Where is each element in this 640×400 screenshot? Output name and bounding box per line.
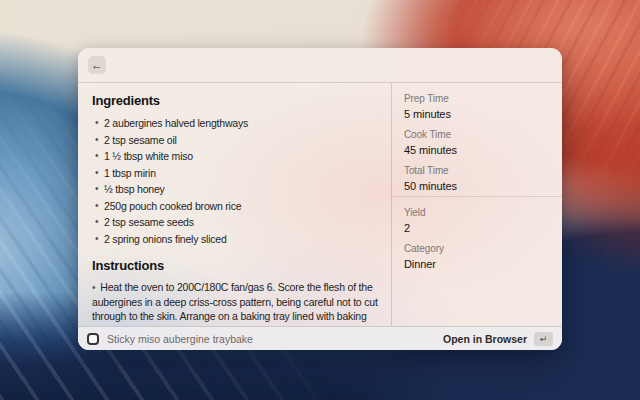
meta-label-category: Category — [404, 243, 550, 254]
meta-label-total-time: Total Time — [404, 165, 550, 176]
back-button[interactable]: ← — [88, 56, 106, 74]
instructions-list: •Heat the oven to 200C/180C fan/gas 6. S… — [92, 280, 383, 327]
ingredients-list: 2 aubergines halved lengthways 2 tsp ses… — [92, 116, 383, 246]
main-row: Ingredients 2 aubergines halved lengthwa… — [78, 83, 562, 326]
recipe-window: ← Ingredients 2 aubergines halved length… — [78, 48, 562, 350]
meta-label-prep-time: Prep Time — [404, 93, 550, 104]
window-titlebar: ← — [78, 48, 562, 83]
extension-icon — [87, 333, 99, 345]
instructions-heading: Instructions — [92, 258, 383, 273]
recipe-title: Sticky miso aubergine traybake — [107, 333, 443, 345]
meta-label-yield: Yield — [404, 207, 550, 218]
recipe-content-scroll-area[interactable]: Ingredients 2 aubergines halved lengthwa… — [78, 83, 391, 326]
meta-label-cook-time: Cook Time — [404, 129, 550, 140]
back-arrow-icon: ← — [91, 58, 103, 72]
meta-value-yield: 2 — [404, 222, 550, 234]
ingredient-item: 1 ½ tbsp white miso — [92, 149, 383, 163]
metadata-times-section: Prep Time 5 minutes Cook Time 45 minutes… — [392, 83, 562, 197]
open-in-browser-button[interactable]: Open in Browser ↵ — [443, 332, 553, 346]
ingredient-item: 250g pouch cooked brown rice — [92, 199, 383, 213]
open-in-browser-label: Open in Browser — [443, 333, 527, 345]
return-key-icon: ↵ — [534, 332, 553, 346]
window-footer: Sticky miso aubergine traybake Open in B… — [78, 326, 562, 350]
metadata-details-section: Yield 2 Category Dinner — [392, 197, 562, 281]
ingredient-item: 2 aubergines halved lengthways — [92, 116, 383, 130]
bullet-glyph: • — [92, 282, 95, 293]
meta-value-total-time: 50 minutes — [404, 180, 550, 192]
meta-value-cook-time: 45 minutes — [404, 144, 550, 156]
ingredient-item: 2 spring onions finely sliced — [92, 232, 383, 246]
ingredients-heading: Ingredients — [92, 93, 383, 108]
ingredient-item: ½ tbsp honey — [92, 182, 383, 196]
instruction-step: •Heat the oven to 200C/180C fan/gas 6. S… — [92, 280, 383, 327]
meta-value-prep-time: 5 minutes — [404, 108, 550, 120]
ingredient-item: 2 tsp sesame seeds — [92, 215, 383, 229]
ingredient-item: 2 tsp sesame oil — [92, 133, 383, 147]
meta-value-category: Dinner — [404, 258, 550, 270]
ingredient-item: 1 tbsp mirin — [92, 166, 383, 180]
instruction-step-text: Heat the oven to 200C/180C fan/gas 6. Sc… — [92, 281, 378, 327]
recipe-metadata-sidebar: Prep Time 5 minutes Cook Time 45 minutes… — [391, 83, 562, 326]
